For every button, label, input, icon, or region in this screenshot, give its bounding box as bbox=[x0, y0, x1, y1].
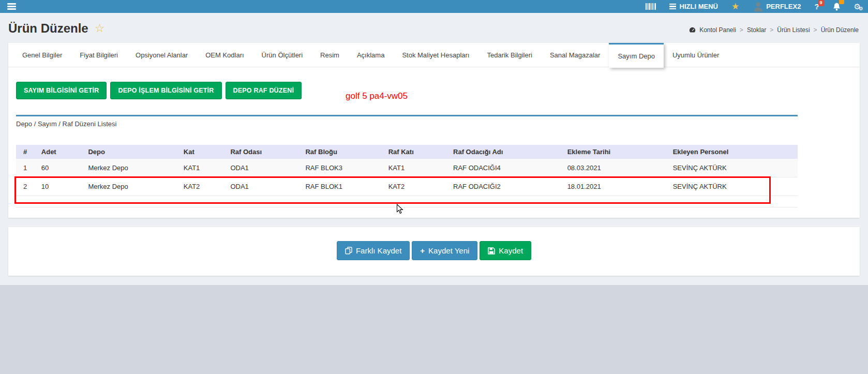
barcode-icon[interactable] bbox=[646, 3, 656, 10]
cell-kat: KAT2 bbox=[179, 177, 227, 196]
page-title-text: Ürün Düzenle bbox=[8, 21, 88, 36]
tab-uyumlu-urunler[interactable]: Uyumlu Ürünler bbox=[664, 43, 728, 67]
cell-ekleme-tarihi: 18.01.2021 bbox=[563, 177, 669, 196]
cell-kat: KAT1 bbox=[179, 159, 227, 177]
plus-icon: + bbox=[420, 247, 425, 255]
favorite-star-button[interactable]: ★ bbox=[731, 2, 739, 11]
cell-ekleme-tarihi: 08.03.2021 bbox=[563, 159, 669, 177]
tab-bar: Genel Bilgiler Fiyat Bilgileri Opsiyonel… bbox=[8, 43, 860, 67]
col-header-kat: Kat bbox=[179, 145, 227, 159]
star-icon: ★ bbox=[731, 2, 739, 11]
barcode-icon-glyph bbox=[646, 3, 656, 10]
tab-opsiyonel-alanlar[interactable]: Opsiyonel Alanlar bbox=[127, 43, 197, 67]
tab-fiyat-bilgileri[interactable]: Fiyat Bilgileri bbox=[71, 43, 127, 67]
tab-resim[interactable]: Resim bbox=[311, 43, 348, 67]
breadcrumb-item-home[interactable]: Kontol Paneli bbox=[699, 26, 736, 34]
tab-aciklama[interactable]: Açıklama bbox=[348, 43, 393, 67]
cell-depo: Merkez Depo bbox=[84, 159, 179, 177]
notifications-button[interactable] bbox=[833, 3, 841, 11]
cell-raf-kati: KAT2 bbox=[384, 177, 449, 196]
breadcrumb-separator: > bbox=[770, 26, 773, 34]
quick-menu-button[interactable]: HIZLI MENÜ bbox=[669, 3, 718, 10]
depot-shelf-layout-button[interactable]: DEPO RAF DÜZENİ bbox=[226, 82, 302, 99]
cell-ekleyen: SEVİNÇ AKTÜRK bbox=[669, 159, 798, 177]
col-header-raf-blogu: Raf Bloğu bbox=[301, 145, 384, 159]
save-new-label: Kaydet Yeni bbox=[428, 246, 469, 255]
list-icon bbox=[669, 4, 676, 9]
cell-raf-odacigi: RAF ODACIĞI4 bbox=[449, 159, 563, 177]
save-as-button[interactable]: Farklı Kaydet bbox=[337, 241, 410, 260]
get-count-info-button[interactable]: SAYIM BİLGİSİNİ GETİR bbox=[16, 82, 107, 99]
get-depot-transaction-info-button[interactable]: DEPO İŞLEM BİLGİSİNİ GETİR bbox=[110, 82, 221, 99]
breadcrumb-separator: > bbox=[740, 26, 743, 34]
breadcrumb-item-stocks[interactable]: Stoklar bbox=[747, 26, 766, 34]
save-new-button[interactable]: + Kaydet Yeni bbox=[412, 241, 477, 260]
col-header-raf-odasi: Raf Odası bbox=[226, 145, 301, 159]
notifications-badge bbox=[839, 0, 844, 4]
col-header-ekleme-tarihi: Ekleme Tarihi bbox=[563, 145, 669, 159]
help-badge: 9 bbox=[818, 0, 824, 6]
cell-adet: 60 bbox=[37, 159, 84, 177]
tab-sayim-depo[interactable]: Sayım Depo bbox=[609, 43, 664, 68]
product-red-note: golf 5 pa4-vw05 bbox=[346, 91, 408, 101]
tab-tedarik-bilgileri[interactable]: Tedarik Bilgileri bbox=[478, 43, 541, 67]
cell-raf-blogu: RAF BLOK1 bbox=[301, 177, 384, 196]
cell-raf-blogu: RAF BLOK3 bbox=[301, 159, 384, 177]
sayim-depo-panel: SAYIM BİLGİSİNİ GETİR DEPO İŞLEM BİLGİSİ… bbox=[8, 67, 860, 218]
shelf-table-wrap: # Adet Depo Kat Raf Odası Raf Bloğu Raf … bbox=[16, 145, 798, 207]
save-label: Kaydet bbox=[499, 246, 523, 255]
navbar-right: HIZLI MENÜ ★ PERFLEX2 ? 9 ⚙ ⚙ bbox=[646, 0, 861, 13]
breadcrumb-item-current: Ürün Düzenle bbox=[821, 26, 859, 34]
cell-raf-odasi: ODA1 bbox=[226, 177, 301, 196]
dashboard-icon bbox=[689, 27, 696, 33]
gear-small-icon: ⚙ bbox=[859, 6, 863, 11]
cell-num: 1 bbox=[16, 159, 37, 177]
tab-sanal-magazalar[interactable]: Sanal Magazalar bbox=[541, 43, 609, 67]
top-navbar: HIZLI MENÜ ★ PERFLEX2 ? 9 ⚙ ⚙ bbox=[0, 0, 868, 13]
page-title: Ürün Düzenle ☆ bbox=[8, 21, 104, 36]
col-header-ekleyen-personel: Ekleyen Personel bbox=[669, 145, 798, 159]
help-button[interactable]: ? 9 bbox=[814, 2, 819, 11]
table-header-row: # Adet Depo Kat Raf Odası Raf Bloğu Raf … bbox=[16, 145, 798, 159]
shelf-table: # Adet Depo Kat Raf Odası Raf Bloğu Raf … bbox=[16, 145, 798, 196]
quick-menu-label: HIZLI MENÜ bbox=[680, 3, 718, 10]
settings-button[interactable]: ⚙ ⚙ bbox=[854, 3, 861, 10]
col-header-raf-odacigi-adi: Raf Odacığı Adı bbox=[449, 145, 563, 159]
cell-adet: 10 bbox=[37, 177, 84, 196]
tab-oem-kodlari[interactable]: OEM Kodları bbox=[197, 43, 252, 67]
shelf-list-area: Depo / Sayım / Raf Düzeni Listesi # Adet bbox=[16, 115, 798, 207]
cell-raf-kati: KAT1 bbox=[384, 159, 449, 177]
page-header: Ürün Düzenle ☆ Kontol Paneli > Stoklar >… bbox=[0, 13, 868, 41]
table-row[interactable]: 1 60 Merkez Depo KAT1 ODA1 RAF BLOK3 KAT… bbox=[16, 159, 798, 177]
tab-urun-olcutleri[interactable]: Ürün Ölçütleri bbox=[253, 43, 311, 67]
table-row-highlighted[interactable]: 2 10 Merkez Depo KAT2 ODA1 RAF BLOK1 KAT… bbox=[16, 177, 798, 196]
breadcrumb-item-product-list[interactable]: Ürün Listesi bbox=[777, 26, 810, 34]
save-as-label: Farklı Kaydet bbox=[356, 246, 401, 255]
save-disk-icon bbox=[488, 247, 495, 255]
col-header-adet: Adet bbox=[37, 145, 84, 159]
username-label: PERFLEX2 bbox=[766, 3, 801, 10]
col-header-num: # bbox=[16, 145, 37, 159]
cell-depo: Merkez Depo bbox=[84, 177, 179, 196]
user-avatar-icon bbox=[753, 1, 764, 12]
save-button[interactable]: Kaydet bbox=[480, 241, 531, 260]
breadcrumb: Kontol Paneli > Stoklar > Ürün Listesi >… bbox=[689, 26, 859, 36]
blue-divider bbox=[16, 115, 798, 116]
tab-genel-bilgiler[interactable]: Genel Bilgiler bbox=[13, 43, 71, 67]
product-edit-card: Genel Bilgiler Fiyat Bilgileri Opsiyonel… bbox=[8, 43, 860, 218]
breadcrumb-separator: > bbox=[814, 26, 817, 34]
favorite-page-star-icon[interactable]: ☆ bbox=[95, 22, 105, 35]
col-header-raf-kati: Raf Katı bbox=[384, 145, 449, 159]
tab-stok-maliyet-hesaplari[interactable]: Stok Maliyet Hesapları bbox=[393, 43, 478, 67]
user-menu-button[interactable]: PERFLEX2 bbox=[753, 1, 801, 12]
toolbar: SAYIM BİLGİSİNİ GETİR DEPO İŞLEM BİLGİSİ… bbox=[16, 82, 852, 99]
content-wrapper: Ürün Düzenle ☆ Kontol Paneli > Stoklar >… bbox=[0, 13, 868, 285]
col-header-depo: Depo bbox=[84, 145, 179, 159]
copy-icon bbox=[345, 247, 352, 255]
cell-raf-odasi: ODA1 bbox=[226, 159, 301, 177]
section-label: Depo / Sayım / Raf Düzeni Listesi bbox=[16, 120, 798, 128]
table-bottom-border bbox=[16, 196, 798, 207]
cell-ekleyen: SEVİNÇ AKTÜRK bbox=[669, 177, 798, 196]
sidebar-toggle-button[interactable] bbox=[5, 2, 18, 11]
cell-raf-odacigi: RAF ODACIĞI2 bbox=[449, 177, 563, 196]
